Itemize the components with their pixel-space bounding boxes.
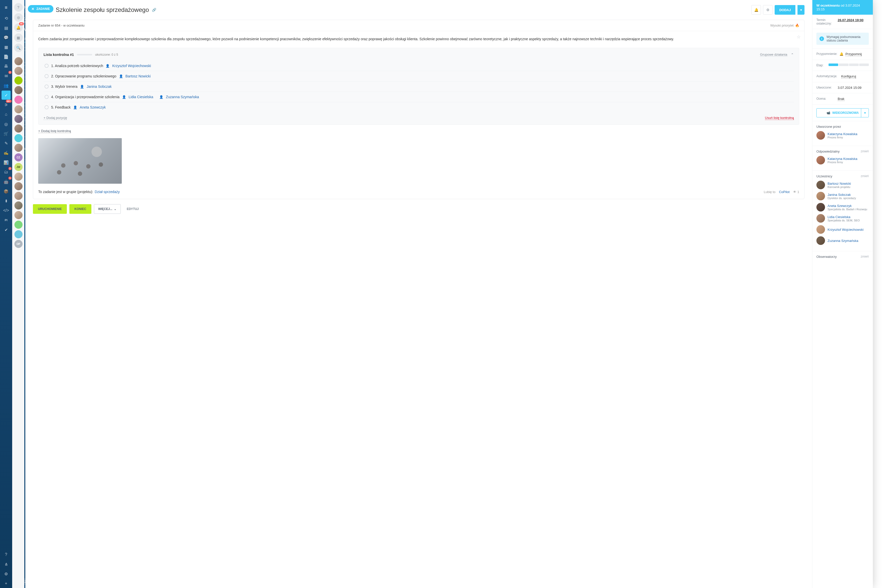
end-button[interactable]: KONIEC (69, 204, 92, 214)
menu-icon[interactable]: ≡ (2, 3, 11, 12)
checklist-item[interactable]: 4. Organizacja i przeprowadzenie szkolen… (44, 92, 794, 102)
rail-avatar[interactable] (14, 76, 23, 84)
nav-filter-icon[interactable]: ⚞99+ (2, 100, 11, 109)
help-icon[interactable]: ? (14, 3, 23, 12)
change-participants[interactable]: zmień (861, 174, 869, 178)
video-call-button[interactable]: 📹 WIDEOROZMOWA ▾ (816, 108, 869, 117)
automation-value[interactable]: Konfiguruj (841, 74, 856, 78)
notifications-rail-icon[interactable]: 🔔95 (14, 23, 23, 32)
participant-person[interactable]: Zuzanna Szymańska (816, 236, 869, 245)
rail-avatar[interactable] (14, 220, 23, 229)
checkbox-circle[interactable] (45, 74, 49, 78)
nav-code-icon[interactable]: </> (2, 206, 11, 215)
checklist-assignee[interactable]: Bartosz Nowicki (126, 74, 151, 78)
nav-sitemap-icon[interactable]: ⋔ (2, 560, 11, 569)
search-icon[interactable]: 🔍 (14, 44, 23, 52)
change-responsible[interactable]: zmień (861, 150, 869, 153)
nav-cart-icon[interactable]: 🛒 (2, 129, 11, 138)
add-checklist-item[interactable]: + Dodaj pozycję (44, 116, 67, 120)
rail-avatar[interactable] (14, 124, 23, 133)
nav-edit-icon[interactable]: ✎ (2, 139, 11, 148)
add-button[interactable]: DODAJ (775, 5, 795, 15)
nav-crm-icon[interactable]: 🗂2 (2, 168, 11, 177)
rail-avatar[interactable] (14, 230, 23, 238)
chevron-up-icon[interactable]: ⌃ (791, 52, 794, 57)
checklist-assignee[interactable]: Aneta Szewczyk (80, 105, 106, 109)
checkbox-circle[interactable] (45, 105, 49, 109)
start-button[interactable]: URUCHOMIENIE (33, 204, 67, 214)
checklist-item[interactable]: 2. Opracowanie programu szkoleniowego 👤 … (44, 71, 794, 81)
delete-checklist[interactable]: Usuń listę kontrolną (765, 116, 794, 120)
change-observers[interactable]: zmień (861, 255, 869, 259)
nav-docs-icon[interactable]: 📄 (2, 52, 11, 61)
rail-avatar[interactable] (14, 96, 23, 104)
rail-avatar[interactable] (14, 57, 23, 65)
created-by-person[interactable]: Katarzyna KowalskaPrezes firmy (816, 131, 869, 140)
like-button[interactable]: Lubię to (764, 190, 775, 194)
nav-people-icon[interactable]: 👥 (2, 81, 11, 90)
rail-avatar[interactable] (14, 105, 23, 113)
nav-print-icon[interactable]: 🖶 (2, 62, 11, 71)
nav-help-icon[interactable]: ? (2, 550, 11, 559)
nav-tasks-icon[interactable]: ✓ (2, 91, 11, 100)
favorite-star-icon[interactable]: ☆ (797, 34, 801, 40)
rating-value[interactable]: Brak (838, 97, 844, 101)
nav-sign-icon[interactable]: ✍ (2, 148, 11, 158)
nav-check-icon[interactable]: ✔ (2, 225, 11, 234)
rail-avatar[interactable]: OP (14, 240, 23, 248)
rail-avatar[interactable] (14, 86, 23, 94)
participant-person[interactable]: Lidia CiesielskaSpecjalista ds. SEM, SEO (816, 214, 869, 223)
checklist-item[interactable]: 5. Feedback 👤 Aneta Szewczyk (44, 102, 794, 112)
rail-avatar[interactable] (14, 172, 23, 181)
reminder-value[interactable]: Przypomnij (846, 52, 862, 56)
checklist-assignee[interactable]: Janina Sobczak (87, 84, 112, 88)
checklist-assignee[interactable]: Krzysztof Wojciechowski (112, 64, 151, 68)
copilot-link[interactable]: CoPilot (779, 190, 790, 194)
rail-avatar[interactable]: CZ (14, 153, 23, 161)
nav-chat-icon[interactable]: 💬 (2, 33, 11, 42)
nav-target-icon[interactable]: ◎ (2, 119, 11, 129)
nav-feed-icon[interactable]: ⟲ (2, 14, 11, 23)
nav-robot-icon[interactable]: 🤖1 (2, 177, 11, 186)
nav-pi-icon[interactable]: PI (2, 216, 11, 225)
chevron-down-icon[interactable]: ▾ (861, 108, 868, 117)
participant-person[interactable]: Aneta SzewczykSpecjalista ds. Badań i Ro… (816, 203, 869, 212)
link-icon[interactable]: 🔗 (152, 8, 156, 12)
rail-avatar[interactable]: JW (14, 163, 23, 171)
notifications-button[interactable]: 🔔 (751, 5, 761, 15)
checklist-assignee[interactable]: Lidia Ciesielska (129, 95, 153, 99)
rail-avatar[interactable] (14, 211, 23, 219)
nav-calendar-icon[interactable]: ▦ (2, 42, 11, 52)
activity-icon[interactable]: ◎ (14, 13, 23, 22)
checklist-item[interactable]: 3. Wybór trenera 👤 Janina Sobczak (44, 81, 794, 92)
nav-add-icon[interactable]: + (2, 579, 11, 588)
checklist-assignee[interactable]: Zuzanna Szymańska (166, 95, 199, 99)
checklist-group-actions[interactable]: Grupowe działania (760, 52, 787, 57)
checkbox-circle[interactable] (45, 95, 49, 99)
nav-drive-icon[interactable]: ▤ (2, 23, 11, 32)
rail-avatar[interactable] (14, 201, 23, 210)
rail-avatar[interactable] (14, 144, 23, 152)
participant-person[interactable]: Bartosz NowickiKierownik projektu (816, 181, 869, 189)
close-task-button[interactable]: ✕ ZADANIE (28, 5, 53, 13)
rail-avatar[interactable] (14, 115, 23, 123)
rail-avatar[interactable] (14, 182, 23, 190)
responsible-person[interactable]: Katarzyna KowalskaPrezes firmy (816, 156, 869, 165)
participant-person[interactable]: Janina SobczakDyrektor ds. sprzedaży (816, 192, 869, 200)
attachment-image[interactable] (38, 138, 122, 184)
checkbox-circle[interactable] (45, 64, 49, 68)
more-button[interactable]: WIĘCEJ... ⌄ (94, 204, 121, 214)
nav-chart-icon[interactable]: ⬍ (2, 196, 11, 206)
nav-settings-icon[interactable]: ⚙ (2, 569, 11, 578)
nav-mail-icon[interactable]: ✉2 (2, 71, 11, 81)
edit-button[interactable]: EDYTUJ (123, 204, 142, 214)
stage-progress[interactable] (829, 63, 869, 66)
checkbox-circle[interactable] (45, 84, 49, 88)
participant-person[interactable]: Krzysztof Wojciechowski (816, 225, 869, 234)
nav-box-icon[interactable]: 📦 (2, 187, 11, 196)
settings-button[interactable]: ⚙ (763, 5, 772, 15)
checklist-item[interactable]: 1. Analiza potrzeb szkoleniowych 👤 Krzys… (44, 61, 794, 71)
rail-avatar[interactable] (14, 134, 23, 142)
deadline-value[interactable]: 26.07.2024 19:00 (838, 18, 864, 22)
nav-analytics-icon[interactable]: 📊 (2, 158, 11, 167)
